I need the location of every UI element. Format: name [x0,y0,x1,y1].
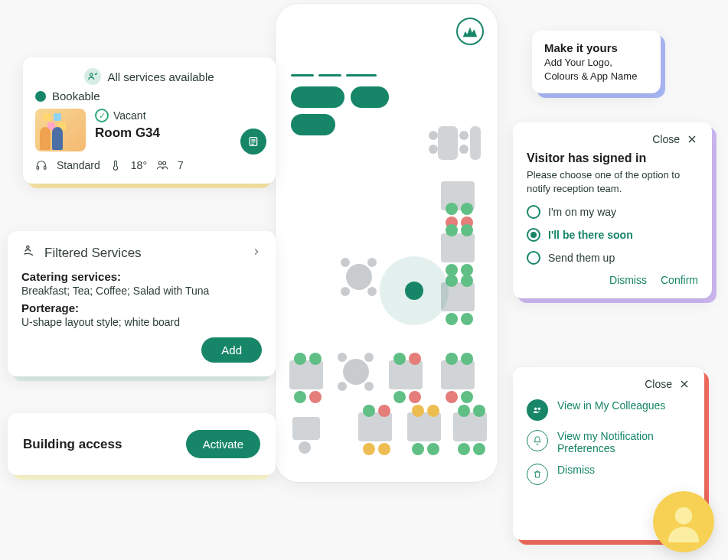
chevron-right-icon[interactable] [251,246,262,261]
add-button[interactable]: Add [201,337,262,363]
radio-on-my-way[interactable]: I'm on my way [527,205,698,219]
svg-rect-3 [44,166,46,169]
porterage-label: Porterage: [21,301,262,314]
notification-preferences-option[interactable]: View my Notification Preferences [527,430,690,454]
room-thumbnail [35,109,86,151]
confirm-link[interactable]: Confirm [661,274,698,286]
radio-label: Send them up [548,252,615,264]
radio-label: I'm on my way [548,206,616,218]
room-info-card: All services available Bookable ✓ Vacant… [23,57,276,184]
people-icon [156,159,168,171]
check-icon: ✓ [95,109,109,122]
dismiss-link[interactable]: Dismiss [609,274,647,286]
services-icon [84,68,101,85]
branding-title: Make it yours [544,41,648,54]
svg-point-4 [158,161,162,164]
dismiss-option[interactable]: Dismiss [527,464,690,485]
branding-card: Make it yours Add Your Logo, Colours & A… [532,31,661,93]
close-label[interactable]: Close [645,378,672,390]
branding-line2: Colours & App Name [544,70,648,83]
phone-tabs [291,74,377,77]
capacity-value: 7 [178,159,184,171]
hand-icon [21,243,37,262]
filter-pills[interactable] [291,86,413,135]
svg-rect-2 [37,166,39,169]
svg-point-9 [675,507,693,525]
svg-point-6 [27,246,29,248]
standard-label: Standard [57,159,100,171]
temperature-value: 18° [131,159,147,171]
activate-button[interactable]: Activate [186,430,260,458]
bell-icon [527,430,548,451]
thermometer-icon [109,159,122,171]
porterage-text: U-shape layout style; white board [21,316,262,328]
view-colleagues-option[interactable]: View in My Colleagues [527,399,690,421]
radio-be-there-soon[interactable]: I'll be there soon [527,228,698,242]
cabinet [470,126,481,160]
option-label: Dismiss [557,464,595,476]
skyline-logo-icon [456,18,484,45]
avatar[interactable] [653,491,714,552]
visitor-signin-card: Close Visitor has signed in Please choos… [513,122,712,298]
branding-line1: Add Your Logo, [544,56,648,70]
filtered-title: Filtered Services [44,246,142,261]
radio-label: I'll be there soon [548,229,633,241]
vacant-label: Vacant [113,109,146,122]
close-label[interactable]: Close [652,133,680,145]
svg-point-8 [538,408,541,411]
notes-button[interactable] [240,129,266,155]
building-access-card: Building access Activate [8,413,276,475]
phone-frame [276,4,498,482]
radio-send-them-up[interactable]: Send them up [527,251,698,265]
close-icon[interactable] [686,133,698,145]
catering-label: Catering services: [21,270,262,283]
close-icon[interactable] [678,378,690,390]
building-access-title: Building access [23,437,122,452]
round-table [346,264,372,290]
meeting-table [438,126,458,160]
services-available-label: All services available [107,70,214,83]
visitor-title: Visitor has signed in [527,151,698,165]
people-icon [527,399,548,421]
svg-point-0 [90,73,93,77]
room-name: Room G34 [95,125,160,141]
option-label: View my Notification Preferences [557,430,690,454]
trash-icon [527,464,548,485]
bookable-label: Bookable [52,90,100,103]
headphones-icon [35,159,47,171]
catering-text: Breakfast; Tea; Coffee; Salad with Tuna [21,285,262,297]
selected-seat[interactable] [405,282,423,300]
option-label: View in My Colleagues [557,399,665,412]
filtered-services-card: Filtered Services Catering services: Bre… [8,231,276,376]
visitor-subtitle: Please choose one of the option to notif… [527,168,698,196]
svg-point-5 [163,161,166,164]
bookable-status-dot [35,91,46,102]
svg-point-7 [534,408,537,411]
